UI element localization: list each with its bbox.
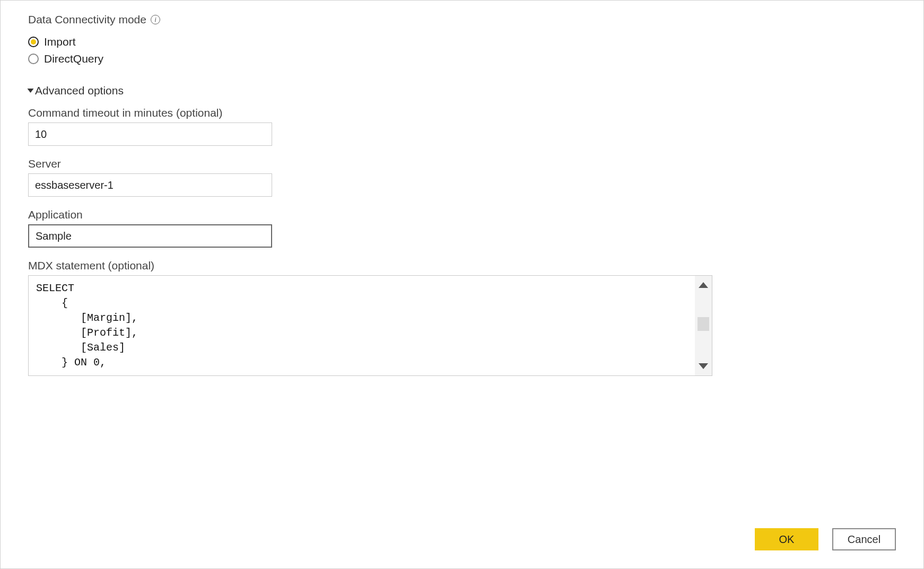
mdx-label: MDX statement (optional) bbox=[28, 259, 896, 272]
radio-import-indicator bbox=[28, 37, 39, 47]
advanced-options-label: Advanced options bbox=[35, 84, 124, 97]
radio-directquery-indicator bbox=[28, 54, 39, 64]
mdx-statement-box bbox=[28, 275, 712, 376]
advanced-options-toggle[interactable]: Advanced options bbox=[28, 84, 896, 97]
connector-dialog: Data Connectivity mode i Import DirectQu… bbox=[0, 0, 924, 569]
server-label: Server bbox=[28, 157, 896, 170]
application-input[interactable] bbox=[28, 224, 272, 248]
dialog-footer: OK Cancel bbox=[755, 528, 896, 550]
connectivity-radio-group: Import DirectQuery bbox=[28, 31, 896, 69]
scroll-up-icon[interactable] bbox=[699, 282, 708, 288]
mdx-statement-input[interactable] bbox=[29, 276, 694, 375]
mdx-scrollbar[interactable] bbox=[695, 276, 712, 375]
radio-directquery-label: DirectQuery bbox=[44, 52, 103, 65]
radio-directquery[interactable]: DirectQuery bbox=[28, 52, 896, 65]
scroll-down-icon[interactable] bbox=[699, 363, 708, 369]
info-icon[interactable]: i bbox=[151, 15, 160, 24]
ok-button[interactable]: OK bbox=[755, 528, 818, 550]
radio-import[interactable]: Import bbox=[28, 36, 896, 48]
connectivity-mode-heading: Data Connectivity mode i bbox=[28, 13, 896, 26]
cancel-button[interactable]: Cancel bbox=[832, 528, 896, 550]
radio-import-dot bbox=[31, 39, 36, 45]
caret-icon bbox=[28, 89, 34, 93]
radio-import-label: Import bbox=[44, 36, 76, 48]
connectivity-mode-label: Data Connectivity mode bbox=[28, 13, 146, 26]
application-label: Application bbox=[28, 208, 896, 221]
scroll-thumb[interactable] bbox=[698, 317, 709, 331]
server-input[interactable] bbox=[28, 173, 272, 197]
timeout-label: Command timeout in minutes (optional) bbox=[28, 107, 896, 119]
timeout-input[interactable] bbox=[28, 122, 272, 146]
